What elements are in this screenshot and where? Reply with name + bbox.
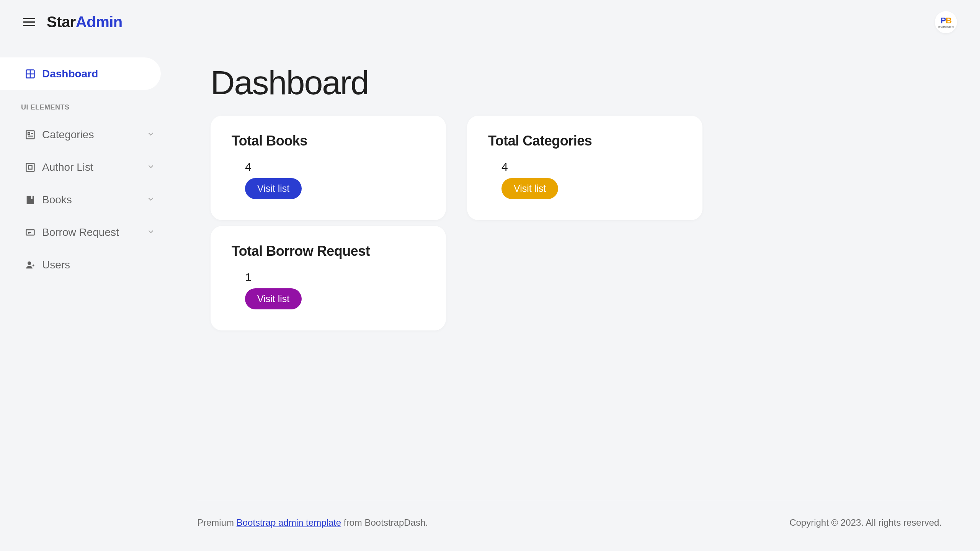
sidebar-item-categories[interactable]: Categories xyxy=(0,118,170,151)
sidebar-item-label: Categories xyxy=(42,129,147,141)
author-list-icon xyxy=(25,162,42,173)
svg-point-13 xyxy=(28,261,31,265)
users-icon xyxy=(25,260,42,270)
card-value: 4 xyxy=(245,160,425,173)
chevron-down-icon xyxy=(147,162,155,172)
top-navbar: StarAdmin PB projectbca.in xyxy=(0,0,980,44)
navbar-left: StarAdmin xyxy=(23,13,122,31)
footer-copyright: Copyright © 2023. All rights reserved. xyxy=(789,517,942,528)
user-avatar[interactable]: PB projectbca.in xyxy=(935,11,957,33)
sidebar: Dashboard UI ELEMENTS Categories xyxy=(0,44,170,551)
footer-left: Premium Bootstrap admin template from Bo… xyxy=(197,517,428,528)
cards-grid: Total Books 4 Visit list Total Categorie… xyxy=(170,116,946,330)
sidebar-item-label: Books xyxy=(42,194,147,206)
sidebar-item-books[interactable]: Books xyxy=(0,183,170,216)
svg-rect-8 xyxy=(28,165,32,169)
brand-logo[interactable]: StarAdmin xyxy=(47,13,122,31)
chevron-down-icon xyxy=(147,195,155,205)
sidebar-item-label: Dashboard xyxy=(42,68,145,80)
card-body: 1 Visit list xyxy=(232,271,425,309)
sidebar-item-dashboard[interactable]: Dashboard xyxy=(0,57,161,90)
footer-link[interactable]: Bootstrap admin template xyxy=(237,517,341,528)
card-value: 1 xyxy=(245,271,425,284)
card-title: Total Categories xyxy=(488,133,681,149)
card-total-categories: Total Categories 4 Visit list xyxy=(467,116,702,220)
sidebar-item-author-list[interactable]: Author List xyxy=(0,151,170,183)
brand-part1: Star xyxy=(47,13,76,30)
layout-container: Dashboard UI ELEMENTS Categories xyxy=(0,44,980,551)
sidebar-item-label: Users xyxy=(42,259,155,271)
footer-suffix: from BootstrapDash. xyxy=(341,517,428,528)
svg-rect-9 xyxy=(31,196,33,199)
sidebar-section-title: UI ELEMENTS xyxy=(0,90,170,118)
card-title: Total Borrow Request xyxy=(232,243,425,259)
sidebar-item-borrow-request[interactable]: Borrow Request xyxy=(0,216,170,249)
books-icon xyxy=(25,195,42,205)
visit-list-button[interactable]: Visit list xyxy=(245,178,302,199)
card-total-books: Total Books 4 Visit list xyxy=(211,116,446,220)
borrow-request-icon xyxy=(25,227,42,238)
avatar-subtitle: projectbca.in xyxy=(938,25,954,28)
chevron-down-icon xyxy=(147,130,155,140)
card-value: 4 xyxy=(501,160,681,173)
card-body: 4 Visit list xyxy=(232,160,425,199)
footer: Premium Bootstrap admin template from Bo… xyxy=(197,500,942,551)
brand-part2: Admin xyxy=(76,13,122,30)
categories-icon xyxy=(25,129,42,140)
card-total-borrow-request: Total Borrow Request 1 Visit list xyxy=(211,226,446,330)
svg-rect-7 xyxy=(26,163,34,171)
main-content: Dashboard Total Books 4 Visit list Total… xyxy=(170,44,980,551)
dashboard-icon xyxy=(25,69,42,79)
svg-rect-4 xyxy=(28,132,30,134)
visit-list-button[interactable]: Visit list xyxy=(501,178,558,199)
sidebar-item-users[interactable]: Users xyxy=(0,249,170,281)
card-body: 4 Visit list xyxy=(488,160,681,199)
chevron-down-icon xyxy=(147,227,155,237)
sidebar-item-label: Author List xyxy=(42,161,147,173)
card-title: Total Books xyxy=(232,133,425,149)
avatar-initials: PB xyxy=(941,16,952,25)
visit-list-button[interactable]: Visit list xyxy=(245,288,302,309)
page-title: Dashboard xyxy=(170,63,946,102)
hamburger-menu-button[interactable] xyxy=(23,18,35,26)
sidebar-item-label: Borrow Request xyxy=(42,226,147,239)
footer-prefix: Premium xyxy=(197,517,237,528)
